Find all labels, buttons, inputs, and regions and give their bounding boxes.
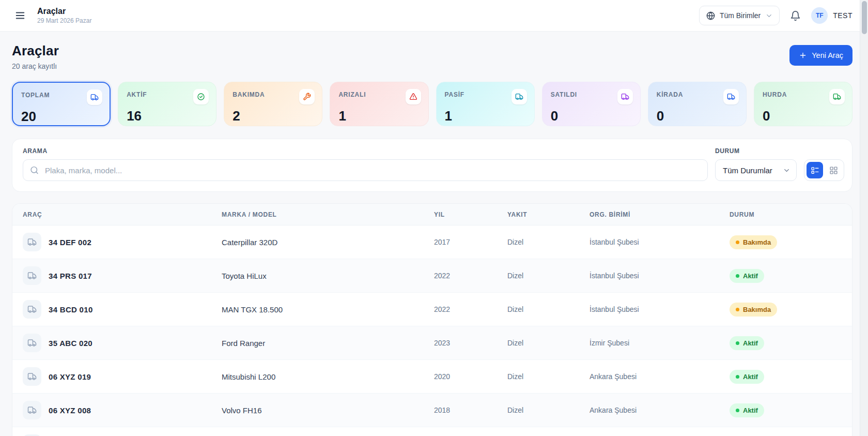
stat-card-satildi[interactable]: SATILDI 0 — [542, 82, 641, 126]
table-row[interactable]: 34 PRS 017 Toyota HiLux 2022 Dizel İstan… — [12, 259, 852, 293]
status-badge: Bakımda — [730, 303, 777, 317]
status-badge: Bakımda — [730, 235, 777, 249]
vehicle-year: 2023 — [434, 339, 507, 347]
truck-icon — [87, 89, 102, 105]
status-badge: Aktif — [730, 336, 764, 350]
vehicle-year: 2018 — [434, 406, 507, 414]
stat-value: 0 — [763, 108, 845, 124]
status-dot-icon — [736, 240, 739, 244]
vehicle-fuel: Dizel — [507, 372, 590, 381]
vehicle-fuel: Dizel — [507, 238, 590, 246]
stat-label: AKTİF — [127, 91, 147, 98]
stat-label: BAKIMDA — [233, 91, 265, 98]
user-name: TEST — [833, 11, 853, 20]
vehicle-plate: 06 XYZ 008 — [49, 406, 91, 415]
status-dot-icon — [736, 308, 739, 311]
new-vehicle-button[interactable]: Yeni Araç — [789, 45, 853, 66]
table-row[interactable]: Aktif — [12, 427, 852, 436]
vehicle-model: Caterpillar 320D — [222, 238, 434, 247]
stat-card-akti̇f[interactable]: AKTİF 16 — [118, 82, 216, 126]
stat-card-toplam[interactable]: TOPLAM 20 — [12, 82, 111, 126]
table-row[interactable]: 35 ABC 020 Ford Ranger 2023 Dizel İzmir … — [12, 326, 852, 360]
stat-value: 1 — [445, 108, 527, 124]
vehicle-year: 2022 — [434, 305, 507, 313]
stat-value: 1 — [338, 108, 421, 124]
view-toggle — [804, 159, 844, 181]
vehicle-plate: 35 ABC 020 — [49, 339, 92, 348]
vehicle-fuel: Dizel — [507, 339, 590, 347]
notifications-bell-icon[interactable] — [789, 9, 802, 22]
stat-label: ARIZALI — [338, 91, 366, 98]
vehicle-plate: 34 BCD 010 — [49, 305, 93, 314]
vehicle-org-unit: Ankara Şubesi — [590, 372, 730, 381]
vehicle-plate: 34 PRS 017 — [49, 272, 92, 280]
org-unit-selector[interactable]: Tüm Birimler — [699, 6, 780, 25]
topbar-titles: Araçlar 29 Mart 2026 Pazar — [37, 7, 91, 24]
column-header: YIL — [434, 211, 507, 218]
status-select[interactable]: Tüm Durumlar — [715, 159, 797, 181]
column-header: YAKIT — [507, 211, 590, 218]
column-header: DURUM — [730, 211, 842, 218]
stat-value: 0 — [551, 108, 633, 124]
vehicle-org-unit: Ankara Şubesi — [590, 406, 730, 414]
chevron-down-icon — [765, 12, 773, 20]
vehicle-fuel: Dizel — [507, 305, 590, 313]
page-scrollbar[interactable] — [860, 0, 868, 436]
org-unit-value: Tüm Birimler — [720, 11, 761, 20]
list-view-icon[interactable] — [807, 162, 823, 178]
check-circle-icon — [193, 89, 209, 104]
stat-card-arizali[interactable]: ARIZALI 1 — [330, 82, 428, 126]
table-row[interactable]: 34 BCD 010 MAN TGX 18.500 2022 Dizel İst… — [12, 293, 852, 326]
stat-value: 0 — [657, 108, 739, 124]
truck-icon — [23, 300, 41, 319]
avatar: TF — [811, 7, 828, 24]
plus-icon — [799, 51, 807, 59]
truck-icon — [829, 89, 845, 104]
truck-icon — [617, 89, 633, 104]
search-label: ARAMA — [23, 147, 708, 155]
table-row[interactable]: 06 XYZ 019 Mitsubishi L200 2020 Dizel An… — [12, 360, 852, 394]
stat-value: 20 — [21, 109, 102, 125]
stat-label: PASİF — [445, 91, 464, 98]
status-dot-icon — [736, 274, 739, 278]
page-subtitle: 20 araç kayıtlı — [12, 62, 59, 70]
vehicle-fuel: Dizel — [507, 406, 590, 414]
stat-label: HURDA — [763, 91, 787, 98]
vehicle-plate: 34 DEF 002 — [49, 238, 91, 247]
vehicle-org-unit: İzmir Şubesi — [590, 339, 730, 347]
status-dot-icon — [736, 341, 739, 345]
stat-value: 2 — [233, 108, 315, 124]
topbar-page-title: Araçlar — [37, 7, 91, 16]
vehicle-org-unit: İstanbul Şubesi — [590, 305, 730, 313]
stat-card-hurda[interactable]: HURDA 0 — [754, 82, 853, 126]
table-row[interactable]: 34 DEF 002 Caterpillar 320D 2017 Dizel İ… — [12, 225, 852, 259]
stat-card-ki̇rada[interactable]: KİRADA 0 — [648, 82, 747, 126]
chevron-down-icon — [783, 167, 791, 174]
scrollbar-thumb[interactable] — [862, 1, 867, 34]
vehicles-table: ARAÇMARKA / MODELYILYAKITORG. BİRİMİDURU… — [12, 203, 853, 436]
wrench-icon — [299, 89, 315, 104]
vehicle-model: Toyota HiLux — [222, 272, 434, 280]
stat-cards: TOPLAM 20 AKTİF 16 BAKIMDA 2 ARIZALI 1 P… — [12, 82, 853, 126]
truck-icon — [23, 401, 41, 419]
vehicle-model: Mitsubishi L200 — [222, 372, 434, 381]
truck-icon — [23, 367, 41, 386]
globe-icon — [706, 11, 715, 20]
table-row[interactable]: 06 XYZ 008 Volvo FH16 2018 Dizel Ankara … — [12, 394, 852, 427]
status-badge: Aktif — [730, 403, 764, 417]
vehicle-org-unit: İstanbul Şubesi — [590, 272, 730, 280]
stat-label: SATILDI — [551, 91, 577, 98]
vehicle-org-unit: İstanbul Şubesi — [590, 238, 730, 246]
search-input[interactable] — [23, 159, 708, 181]
stat-card-bakimda[interactable]: BAKIMDA 2 — [224, 82, 322, 126]
stat-label: TOPLAM — [21, 92, 50, 99]
top-bar: Araçlar 29 Mart 2026 Pazar Tüm Birimler … — [0, 0, 868, 32]
status-badge: Aktif — [730, 269, 764, 283]
stat-card-pasi̇f[interactable]: PASİF 1 — [436, 82, 535, 126]
page-title: Araçlar — [12, 43, 59, 59]
user-menu[interactable]: TF TEST — [811, 7, 853, 24]
grid-view-icon[interactable] — [825, 162, 842, 178]
menu-icon[interactable] — [12, 8, 28, 23]
truck-icon — [23, 266, 41, 285]
filter-card: ARAMA DURUM Tüm Durumlar — [12, 139, 853, 192]
